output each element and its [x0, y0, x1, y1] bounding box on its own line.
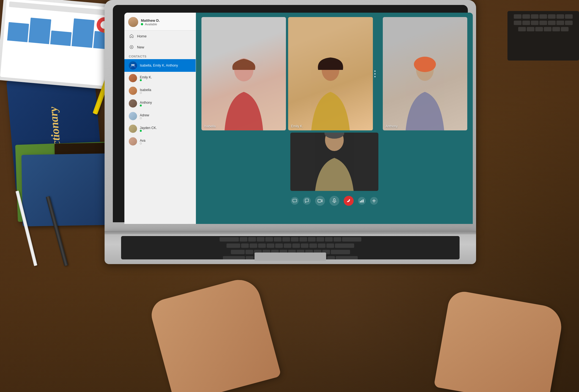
laptop-base: [105, 231, 476, 264]
svg-rect-15: [360, 201, 361, 202]
contact-name-group: Isabella, Emily K, Anthony: [140, 64, 178, 67]
contact-name-anthony: Anthony: [140, 101, 152, 105]
contacts-section-label: Contacts: [124, 53, 196, 59]
contact-status-ava: [140, 142, 145, 144]
contact-item-group[interactable]: Isabella, Emily K, Anthony: [124, 59, 196, 72]
profile-area: Matthew D. Available: [124, 13, 196, 31]
tablet-chart: [0, 0, 121, 87]
contact-item-jayden[interactable]: Jayden CK.: [124, 122, 196, 135]
nav-new[interactable]: New: [124, 42, 196, 53]
mic-button[interactable]: [329, 196, 339, 206]
figure-container-bottom: [290, 133, 378, 191]
home-icon: [129, 33, 134, 39]
contact-avatar-adrew: [129, 112, 137, 120]
svg-point-4: [133, 64, 135, 66]
contact-avatar-ava: [129, 137, 137, 146]
contact-name-ava: Ava: [140, 139, 145, 142]
video-row-bottom: [196, 133, 473, 193]
profile-row: Matthew D. Available: [128, 17, 192, 27]
laptop-lid: Matthew D. Available: [105, 0, 476, 231]
new-icon: [129, 44, 134, 50]
profile-status: Available: [141, 23, 160, 26]
figure-container-isabella: [201, 17, 286, 130]
app-screen: Matthew D. Available: [124, 13, 473, 224]
contact-status-anthony: [140, 105, 152, 106]
svg-point-3: [131, 64, 133, 66]
contact-avatar-emily: [129, 74, 137, 82]
message-button[interactable]: [303, 197, 311, 205]
new-label: New: [137, 45, 144, 49]
trackpad[interactable]: [255, 253, 326, 261]
video-cell-anthony: Anthony: [383, 17, 467, 130]
app-sidebar: Matthew D. Available: [124, 13, 196, 224]
figure-container-anthony: [383, 17, 467, 130]
video-label-isabella: Isabella: [204, 124, 215, 128]
svg-rect-11: [293, 199, 297, 202]
laptop: Matthew D. Available: [105, 0, 476, 275]
contact-name-adrew: Adrew: [140, 113, 149, 117]
contact-status-isabella: [140, 92, 151, 94]
video-call-area: Isabella Emily K.: [196, 13, 473, 209]
svg-point-8: [414, 57, 436, 72]
end-call-button[interactable]: [344, 196, 354, 206]
contact-item-adrew[interactable]: Adrew: [124, 110, 196, 122]
contact-name-emily: Emily K.: [140, 75, 152, 79]
contact-status-emily: [140, 79, 152, 81]
svg-rect-16: [361, 200, 362, 202]
signal-button[interactable]: [358, 197, 366, 205]
svg-rect-17: [363, 199, 364, 202]
contact-avatar-anthony: [129, 99, 137, 108]
profile-avatar: [128, 17, 138, 27]
figure-container-emily: [288, 17, 373, 130]
contact-item-ava[interactable]: Ava: [124, 135, 196, 148]
contact-item-isabella[interactable]: Isabella: [124, 84, 196, 97]
contact-status-adrew: [140, 117, 149, 119]
svg-rect-13: [334, 199, 335, 201]
contact-item-anthony[interactable]: Anthony: [124, 97, 196, 110]
add-participant-button[interactable]: [370, 197, 378, 205]
laptop-hinge: [105, 231, 476, 234]
contact-avatar-isabella: [129, 87, 137, 95]
chat-button[interactable]: [291, 197, 299, 205]
contact-status-jayden: [140, 130, 157, 132]
three-dots-menu[interactable]: [372, 17, 378, 130]
home-label: Home: [137, 34, 147, 38]
status-dot-green: [141, 23, 143, 25]
video-label-emily: Emily K.: [291, 124, 303, 128]
video-cell-emily: Emily K.: [288, 17, 373, 130]
screen-bezel: Matthew D. Available: [113, 5, 468, 222]
profile-name: Matthew D.: [141, 18, 160, 23]
camera-button[interactable]: [315, 196, 325, 206]
contact-item-emily[interactable]: Emily K.: [124, 72, 196, 84]
call-controls-bar: [196, 193, 473, 209]
contact-name-isabella: Isabella: [140, 88, 151, 92]
svg-rect-12: [318, 199, 321, 202]
video-cell-isabella: Isabella: [201, 17, 286, 130]
contact-name-jayden: Jayden CK.: [140, 126, 157, 130]
nav-home[interactable]: Home: [124, 31, 196, 42]
tablet-screen: [0, 0, 121, 87]
contact-avatar-jayden: [129, 125, 137, 133]
video-label-anthony: Anthony: [386, 124, 398, 128]
external-keyboard: [507, 11, 579, 61]
video-cell-bottom: [290, 133, 378, 191]
video-row-top: Isabella Emily K.: [196, 13, 473, 133]
contact-avatar-group: [129, 61, 137, 70]
